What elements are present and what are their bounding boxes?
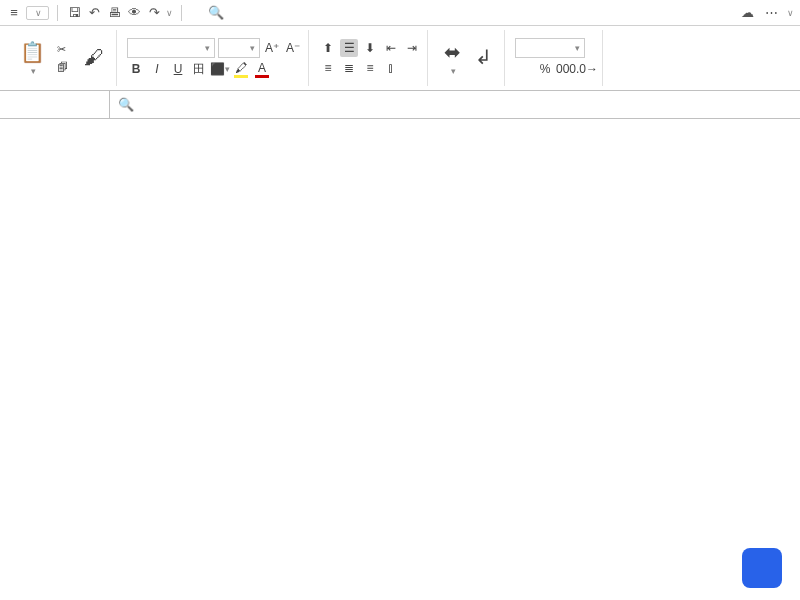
merge-wrap-group: ⬌ ▾ ↲ xyxy=(432,30,505,86)
qat-more-icon[interactable]: ∨ xyxy=(166,8,173,18)
bold-button[interactable]: B xyxy=(127,60,145,78)
percent-button[interactable]: % xyxy=(536,60,554,78)
currency-button[interactable] xyxy=(515,60,533,78)
menubar-right: ☁ ⋯ ∨ xyxy=(739,5,794,21)
formula-input[interactable] xyxy=(150,95,792,115)
separator xyxy=(57,5,58,21)
expand-fx-icon[interactable]: 🔍 xyxy=(118,97,134,112)
comma-button[interactable]: 000 xyxy=(557,60,575,78)
align-center-icon[interactable]: ≣ xyxy=(340,59,358,77)
save-icon[interactable]: 🖫 xyxy=(66,5,82,21)
watermark xyxy=(742,548,788,588)
undo-icon[interactable]: ↶ xyxy=(86,5,102,21)
ribbon: 📋 ▾ ✂ 🗐 🖌 ▾ ▾ A⁺ A⁻ B I U 田 ⬛▾ 🖍 A xyxy=(0,26,800,91)
separator xyxy=(181,5,182,21)
fill-setting-button[interactable]: ⬛▾ xyxy=(211,60,229,78)
more-icon[interactable]: ⋯ xyxy=(763,5,779,21)
format-painter-button[interactable]: 🖌 xyxy=(78,44,110,73)
decrease-font-icon[interactable]: A⁻ xyxy=(284,39,302,57)
font-color-button[interactable]: A xyxy=(253,60,271,78)
menubar-left: ≡ ∨ 🖫 ↶ 🖶 👁 ↷ ∨ 🔍 xyxy=(6,5,228,21)
fx-area: 🔍 xyxy=(110,91,800,118)
border-button[interactable]: 田 xyxy=(190,60,208,78)
font-size-select[interactable]: ▾ xyxy=(218,38,260,58)
preview-icon[interactable]: 👁 xyxy=(126,5,142,21)
align-group: ⬆ ☰ ⬇ ⇤ ⇥ ≡ ≣ ≡ ⫿ xyxy=(313,30,428,86)
menubar: ≡ ∨ 🖫 ↶ 🖶 👁 ↷ ∨ 🔍 ☁ ⋯ ∨ xyxy=(0,0,800,26)
chevron-down-icon: ∨ xyxy=(35,8,42,18)
number-group: ▾ % 000 .0→ xyxy=(509,30,603,86)
merge-icon: ⬌ xyxy=(444,40,461,64)
align-right-icon[interactable]: ≡ xyxy=(361,59,379,77)
cloud-icon[interactable]: ☁ xyxy=(739,5,755,21)
paste-button[interactable]: 📋 ▾ xyxy=(14,38,51,78)
fill-color-button[interactable]: 🖍 xyxy=(232,60,250,78)
paste-icon: 📋 xyxy=(20,40,45,64)
align-bottom-icon[interactable]: ⬇ xyxy=(361,39,379,57)
redo-icon[interactable]: ↷ xyxy=(146,5,162,21)
brush-icon: 🖌 xyxy=(84,46,104,69)
wrap-text-button[interactable]: ↲ xyxy=(469,43,498,73)
scissors-icon: ✂ xyxy=(57,43,66,56)
align-left-icon[interactable]: ≡ xyxy=(319,59,337,77)
chevron-down-icon[interactable]: ∨ xyxy=(787,8,794,18)
font-group: ▾ ▾ A⁺ A⁻ B I U 田 ⬛▾ 🖍 A xyxy=(121,30,309,86)
print-icon[interactable]: 🖶 xyxy=(106,5,122,21)
copy-icon: 🗐 xyxy=(57,61,68,73)
cut-button[interactable]: ✂ xyxy=(53,41,76,58)
underline-button[interactable]: U xyxy=(169,60,187,78)
increase-font-icon[interactable]: A⁺ xyxy=(263,39,281,57)
merge-center-button[interactable]: ⬌ ▾ xyxy=(438,38,467,78)
hamburger-icon[interactable]: ≡ xyxy=(6,5,22,21)
wrap-icon: ↲ xyxy=(475,45,492,69)
increase-decimal-icon[interactable]: .0→ xyxy=(578,60,596,78)
copy-button[interactable]: 🗐 xyxy=(53,59,76,75)
search-icon[interactable]: 🔍 xyxy=(208,5,224,21)
wps-logo-icon xyxy=(742,548,782,588)
indent-right-icon[interactable]: ⇥ xyxy=(403,39,421,57)
indent-left-icon[interactable]: ⇤ xyxy=(382,39,400,57)
italic-button[interactable]: I xyxy=(148,60,166,78)
font-name-select[interactable]: ▾ xyxy=(127,38,215,58)
number-format-select[interactable]: ▾ xyxy=(515,38,585,58)
file-menu[interactable]: ∨ xyxy=(26,6,49,20)
distribute-icon[interactable]: ⫿ xyxy=(382,59,400,77)
clipboard-group: 📋 ▾ ✂ 🗐 🖌 xyxy=(8,30,117,86)
formula-bar: 🔍 xyxy=(0,91,800,119)
align-middle-icon[interactable]: ☰ xyxy=(340,39,358,57)
name-box[interactable] xyxy=(0,91,110,118)
align-top-icon[interactable]: ⬆ xyxy=(319,39,337,57)
